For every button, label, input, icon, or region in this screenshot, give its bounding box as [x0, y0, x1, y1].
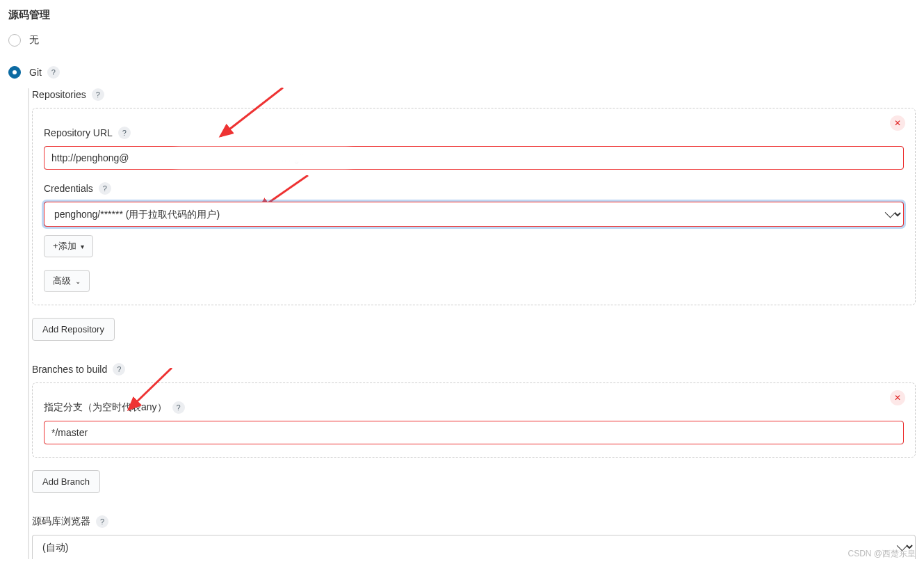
chevron-down-icon: ⌄ [75, 277, 81, 285]
help-icon[interactable]: ? [99, 182, 111, 195]
remove-repo-button[interactable]: ✕ [890, 115, 905, 131]
help-icon[interactable]: ? [172, 401, 185, 414]
repositories-label: Repositories ? [32, 88, 916, 101]
radio-git[interactable] [8, 66, 21, 79]
branches-label: Branches to build ? [32, 363, 916, 376]
radio-git-row[interactable]: Git ? [8, 66, 916, 79]
add-branch-button[interactable]: Add Branch [32, 470, 100, 493]
repo-browser-select[interactable]: (自动) [32, 535, 916, 559]
redaction-mask [176, 148, 350, 168]
close-icon: ✕ [894, 393, 901, 403]
repo-browser-label: 源码库浏览器 ? [32, 515, 916, 528]
radio-git-label: Git [29, 67, 42, 78]
credentials-label: Credentials ? [44, 182, 904, 195]
radio-none-row[interactable]: 无 [8, 34, 916, 47]
section-title: 源码管理 [8, 8, 916, 22]
credentials-select[interactable]: penghong/****** (用于拉取代码的用户) [44, 202, 904, 227]
branch-input[interactable] [44, 421, 904, 444]
help-icon[interactable]: ? [47, 66, 60, 79]
repo-url-label: Repository URL ? [44, 127, 904, 139]
radio-none-label: 无 [29, 34, 39, 47]
add-credentials-button[interactable]: +添加 ▾ [44, 235, 93, 257]
help-icon[interactable]: ? [118, 127, 131, 139]
branch-spec-label: 指定分支（为空时代表any） ? [44, 401, 904, 414]
repo-url-input[interactable] [44, 146, 904, 170]
branches-panel: ✕ 指定分支（为空时代表any） ? [32, 382, 916, 458]
advanced-button[interactable]: 高级 ⌄ [44, 270, 90, 292]
radio-none[interactable] [8, 34, 21, 47]
help-icon[interactable]: ? [92, 88, 104, 101]
chevron-down-icon: ▾ [81, 243, 84, 250]
add-repository-button[interactable]: Add Repository [32, 318, 115, 341]
close-icon: ✕ [894, 118, 901, 128]
repositories-panel: ✕ Repository URL ? Credentials ? penghon… [32, 108, 916, 305]
help-icon[interactable]: ? [113, 363, 125, 376]
remove-branch-button[interactable]: ✕ [890, 390, 905, 405]
watermark: CSDN @西楚东皇 [848, 548, 916, 559]
help-icon[interactable]: ? [96, 515, 108, 528]
